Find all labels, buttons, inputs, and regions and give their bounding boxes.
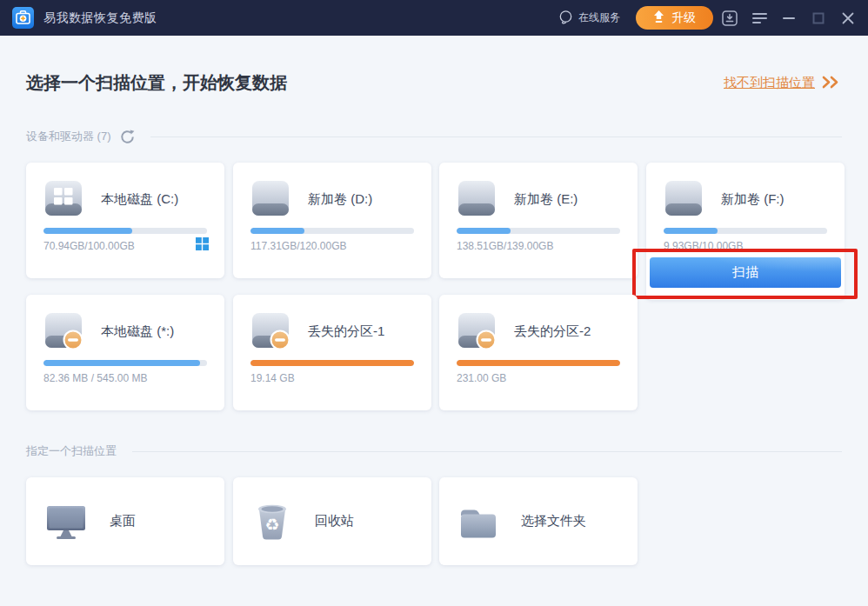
- drive-icon-windows: [43, 180, 83, 220]
- location-card-desktop[interactable]: 桌面: [26, 477, 224, 565]
- double-chevron-right-icon: [821, 76, 840, 91]
- drive-icon-lost: [43, 312, 83, 354]
- drive-card-f[interactable]: 新加卷 (F:) 9.93GB/10.00GB 扫描: [646, 163, 845, 300]
- capacity-fill: [457, 360, 620, 366]
- drive-size: 231.00 GB: [457, 372, 506, 384]
- drive-card-hidden[interactable]: 本地磁盘 (*:) 82.36 MB / 545.00 MB: [26, 295, 224, 410]
- drive-name: 本地磁盘 (*:): [101, 312, 174, 350]
- capacity-fill: [43, 360, 200, 366]
- capacity-bar: [43, 228, 207, 234]
- drive-name: 新加卷 (E:): [514, 180, 578, 218]
- cannot-find-location-link[interactable]: 找不到扫描位置: [724, 75, 840, 91]
- capacity-bar: [43, 360, 207, 366]
- desktop-icon: [45, 503, 87, 540]
- drive-name: 本地磁盘 (C:): [101, 180, 178, 218]
- location-card-recycle-bin[interactable]: ♻ 回收站: [233, 477, 431, 565]
- upgrade-arrow-icon: [653, 10, 664, 26]
- drive-name: 丢失的分区-1: [308, 312, 384, 350]
- drive-card-lost-2[interactable]: 丢失的分区-2 231.00 GB: [439, 295, 638, 410]
- svg-text:♻: ♻: [264, 515, 279, 534]
- chat-service-icon: [558, 10, 573, 27]
- maximize-button[interactable]: [805, 6, 831, 30]
- title-bar: 易我数据恢复免费版 在线服务 升级: [0, 0, 868, 36]
- capacity-bar: [250, 228, 414, 234]
- location-card-select-folder[interactable]: 选择文件夹: [439, 477, 638, 565]
- page-title: 选择一个扫描位置，开始恢复数据: [26, 71, 287, 95]
- capacity-bar: [250, 360, 414, 366]
- capacity-fill: [457, 228, 511, 234]
- drive-icon-lost: [457, 312, 497, 354]
- drive-name: 新加卷 (D:): [308, 180, 372, 218]
- location-label: 桌面: [110, 513, 136, 529]
- drive-size: 82.36 MB / 545.00 MB: [43, 372, 147, 384]
- devices-section-label: 设备和驱动器 (7): [26, 129, 111, 144]
- specify-section-header: 指定一个扫描位置: [26, 443, 842, 459]
- location-label: 选择文件夹: [521, 513, 586, 529]
- section-divider: [150, 137, 843, 137]
- capacity-fill: [43, 228, 132, 234]
- drive-icon-lost: [250, 312, 290, 354]
- online-service-button[interactable]: 在线服务: [558, 10, 620, 27]
- cannot-find-location-label: 找不到扫描位置: [724, 75, 815, 91]
- drive-card-d[interactable]: 新加卷 (D:) 117.31GB/120.00GB: [233, 163, 431, 278]
- folder-icon: [458, 503, 498, 540]
- drive-icon: [457, 180, 497, 220]
- drive-size: 19.14 GB: [250, 372, 295, 384]
- capacity-fill: [250, 228, 304, 234]
- drive-card-e[interactable]: 新加卷 (E:) 138.51GB/139.00GB: [439, 163, 638, 278]
- drive-icon: [664, 180, 704, 220]
- section-divider: [132, 451, 842, 452]
- drive-name: 丢失的分区-2: [514, 312, 591, 350]
- upgrade-button[interactable]: 升级: [636, 6, 713, 30]
- windows-os-badge-icon: [196, 237, 209, 250]
- location-label: 回收站: [315, 513, 354, 529]
- capacity-fill: [250, 360, 414, 366]
- refresh-icon[interactable]: [120, 130, 135, 144]
- upgrade-label: 升级: [671, 10, 696, 26]
- drive-size: 9.93GB/10.00GB: [664, 240, 743, 252]
- drive-size: 70.94GB/100.00GB: [43, 240, 135, 252]
- drive-size: 138.51GB/139.00GB: [457, 240, 553, 252]
- drive-name: 新加卷 (F:): [721, 180, 785, 218]
- capacity-bar: [664, 228, 827, 234]
- app-logo-icon: [12, 7, 34, 29]
- scan-button[interactable]: 扫描: [650, 257, 841, 288]
- capacity-bar: [457, 228, 620, 234]
- app-window: 易我数据恢复免费版 在线服务 升级: [0, 0, 868, 606]
- drive-card-lost-1[interactable]: 丢失的分区-1 19.14 GB: [233, 295, 431, 410]
- app-title: 易我数据恢复免费版: [43, 10, 157, 26]
- drive-icon: [250, 180, 290, 220]
- specify-section-label: 指定一个扫描位置: [26, 443, 117, 459]
- install-on-device-button[interactable]: [717, 6, 743, 30]
- drive-card-c[interactable]: 本地磁盘 (C:) 70.94GB/100.00GB: [26, 163, 224, 278]
- online-service-label: 在线服务: [578, 10, 620, 25]
- menu-icon[interactable]: [746, 6, 772, 30]
- capacity-fill: [664, 228, 718, 234]
- minimize-button[interactable]: [776, 6, 802, 30]
- capacity-bar: [457, 360, 620, 366]
- recycle-bin-icon: ♻: [252, 502, 292, 542]
- drive-size: 117.31GB/120.00GB: [250, 240, 347, 252]
- devices-section-header: 设备和驱动器 (7): [26, 129, 842, 144]
- close-button[interactable]: [835, 6, 861, 30]
